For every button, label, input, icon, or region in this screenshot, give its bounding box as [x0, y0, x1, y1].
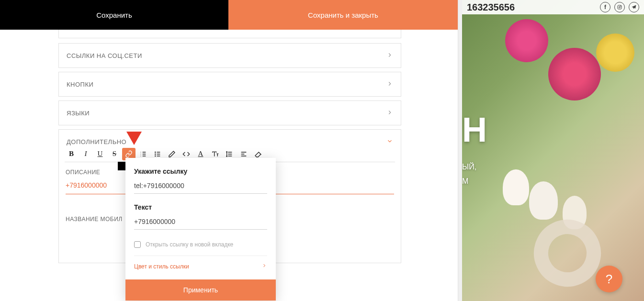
- editor-scrollbar[interactable]: [458, 0, 462, 301]
- chevron-right-icon: [386, 80, 393, 89]
- strike-button[interactable]: S: [108, 148, 121, 160]
- panel-social-links[interactable]: ССЫЛКИ НА СОЦ.СЕТИ: [58, 43, 401, 68]
- help-button[interactable]: ?: [596, 266, 622, 292]
- panel-buttons-label: КНОПКИ: [67, 81, 93, 88]
- site-preview: 163235656 f Н ЫЙ, М: [462, 0, 644, 301]
- mobile-name-label: НАЗВАНИЕ МОБИЛ: [66, 216, 123, 223]
- preview-background-image: [462, 0, 644, 301]
- apply-button[interactable]: Применить: [125, 279, 276, 301]
- open-new-tab-label: Открыть ссылку в новой вкладке: [146, 241, 233, 248]
- panel-languages-label: ЯЗЫКИ: [67, 110, 90, 117]
- chevron-right-icon: [386, 52, 393, 60]
- panel-additional-label: ДОПОЛНИТЕЛЬНО: [67, 138, 126, 145]
- facebook-icon[interactable]: f: [600, 2, 610, 12]
- panel-languages[interactable]: ЯЗЫКИ: [58, 100, 401, 125]
- link-style-row[interactable]: Цвет и стиль ссылки: [134, 256, 267, 275]
- svg-point-4: [619, 7, 621, 8]
- panel-buttons[interactable]: КНОПКИ: [58, 72, 401, 97]
- svg-point-0: [155, 152, 156, 152]
- link-text-label: Текст: [134, 203, 267, 211]
- link-url-input[interactable]: [134, 180, 267, 194]
- preview-text-fragment-2: М: [462, 177, 468, 186]
- description-label: ОПИСАНИЕ: [66, 169, 100, 176]
- save-button[interactable]: Сохранить: [0, 0, 228, 30]
- link-style-label: Цвет и стиль ссылки: [134, 263, 189, 270]
- preview-phone: 163235656: [467, 2, 515, 13]
- svg-point-5: [621, 6, 621, 6]
- chevron-right-icon: [261, 263, 267, 270]
- svg-point-2: [155, 156, 156, 156]
- underline-button[interactable]: U: [93, 148, 107, 160]
- link-popup: Укажите ссылку Текст Открыть ссылку в но…: [125, 158, 276, 301]
- preview-text-fragment-1: ЫЙ,: [462, 163, 476, 171]
- panel-social-label: ССЫЛКИ НА СОЦ.СЕТИ: [67, 52, 142, 59]
- panel-fragment: [58, 30, 401, 38]
- italic-button[interactable]: I: [79, 148, 92, 160]
- preview-heading-fragment: Н: [462, 110, 487, 149]
- link-url-label: Укажите ссылку: [134, 167, 267, 175]
- open-new-tab-checkbox[interactable]: [134, 241, 141, 248]
- save-close-button[interactable]: Сохранить и закрыть: [228, 0, 458, 30]
- bold-button[interactable]: B: [65, 148, 78, 160]
- chevron-down-icon: [386, 138, 393, 146]
- svg-point-1: [155, 154, 156, 154]
- telegram-icon[interactable]: [629, 2, 639, 12]
- chevron-right-icon: [386, 109, 393, 117]
- instagram-icon[interactable]: [614, 2, 625, 12]
- link-text-input[interactable]: [134, 216, 267, 230]
